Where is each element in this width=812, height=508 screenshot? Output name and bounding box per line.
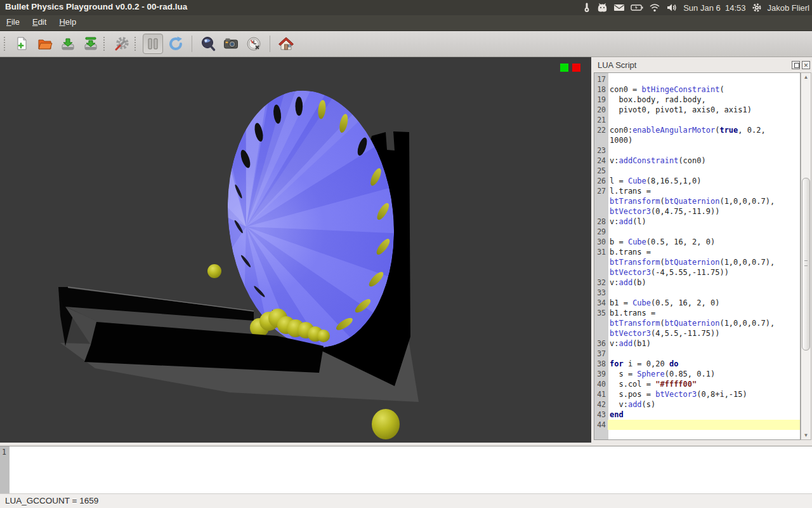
code-row[interactable]: 25: [594, 166, 800, 176]
restore-icon: [794, 63, 799, 68]
code-row[interactable]: 24v:addConstraint(con0): [594, 156, 800, 166]
refresh-button[interactable]: [166, 34, 186, 54]
code-row[interactable]: 26l = Cube(8,16.5,1,0): [594, 176, 800, 186]
code-row[interactable]: btTransform(btQuaternion(1,0,0,0.7),: [594, 318, 800, 328]
toolbar-grip[interactable]: [4, 37, 8, 51]
home-button[interactable]: [276, 34, 296, 54]
code-row[interactable]: 43end: [594, 410, 800, 420]
close-icon: ✕: [804, 62, 809, 69]
indicator-tray: Sun Jan 6 14:53 Jakob Flierl: [582, 0, 809, 15]
wifi-icon[interactable]: [649, 3, 660, 12]
code-row[interactable]: 17: [594, 74, 800, 84]
titlebar: Bullet Physics Playground v0.0.2 - 00-ra…: [0, 0, 812, 15]
zoom-button[interactable]: [198, 34, 218, 54]
cat-icon[interactable]: [597, 3, 608, 13]
code-row[interactable]: 29: [594, 227, 800, 237]
code-row[interactable]: 23: [594, 145, 800, 156]
code-row[interactable]: 36v:add(b1): [594, 338, 800, 349]
window-title: Bullet Physics Playground v0.0.2 - 00-ra…: [5, 2, 187, 11]
code-row[interactable]: 39 s = Sphere(0.85, 0.1): [594, 369, 800, 379]
code-row[interactable]: 19 box.body, rad.body,: [594, 95, 800, 105]
screenshot-button[interactable]: [221, 34, 241, 54]
save-as-button[interactable]: [81, 34, 101, 54]
code-row[interactable]: btTransform(btQuaternion(1,0,0,0.7),: [594, 196, 800, 206]
code-row[interactable]: 41 s.pos = btVector3(0,8+i,-15): [594, 389, 800, 399]
scrollbar-grip: [804, 260, 808, 266]
panel-close-button[interactable]: ✕: [802, 61, 810, 69]
code-row[interactable]: 40 s.col = "#ffff00": [594, 379, 800, 389]
toolbar-separator: [270, 36, 270, 52]
code-row[interactable]: 42 v:add(s): [594, 399, 800, 410]
statusbar: [0, 493, 812, 508]
code-row[interactable]: btTransform(btQuaternion(1,0,0,0.7),: [594, 257, 800, 267]
new-file-button[interactable]: [12, 34, 32, 54]
code-row[interactable]: 22con0:enableAngularMotor(true, 0.2,: [594, 125, 800, 135]
rim-hole: [296, 97, 303, 116]
viewport-3d[interactable]: [0, 57, 591, 443]
output-line-number: 1: [2, 448, 6, 457]
scroll-up-icon[interactable]: ▲: [802, 74, 809, 80]
code-row[interactable]: 34b1 = Cube(0.5, 16, 2, 0): [594, 298, 800, 308]
code-row[interactable]: 1000): [594, 135, 800, 145]
code-row[interactable]: 18con0 = btHingeConstraint(: [594, 84, 800, 95]
time-button[interactable]: [244, 34, 264, 54]
menubar: FileEditHelp: [0, 15, 812, 31]
code-row[interactable]: 38for i = 0,20 do: [594, 359, 800, 369]
mail-icon[interactable]: [613, 3, 625, 12]
code-row[interactable]: 20 pivot0, pivot1, axis0, axis1): [594, 105, 800, 115]
code-row[interactable]: btVector3(4,5.5,-11.75)): [594, 328, 800, 338]
output-console[interactable]: [0, 446, 812, 493]
code-row[interactable]: 30b = Cube(0.5, 16, 2, 0): [594, 237, 800, 247]
status-text: LUA_GCCOUNT = 1659: [5, 496, 98, 505]
session-gear-icon[interactable]: [752, 3, 762, 13]
time-label: 14:53: [725, 3, 746, 13]
panel-float-button[interactable]: [792, 61, 800, 69]
open-file-button[interactable]: [35, 34, 55, 54]
code-row[interactable]: 31b.trans =: [594, 247, 800, 257]
code-row[interactable]: 37: [594, 349, 800, 359]
clock-menu[interactable]: Sun Jan 6 14:53: [683, 3, 745, 13]
toolbar: [0, 31, 812, 57]
sim-stop-indicator: [572, 64, 580, 72]
code-row[interactable]: 28v:add(l): [594, 217, 800, 227]
yellow-sphere: [207, 264, 221, 278]
yellow-sphere: [372, 409, 400, 439]
code-row[interactable]: 21: [594, 115, 800, 125]
scroll-down-icon[interactable]: ▼: [802, 432, 809, 438]
thermometer-icon[interactable]: [582, 3, 591, 13]
toolbar-grip[interactable]: [103, 37, 107, 51]
menu-edit[interactable]: Edit: [26, 15, 53, 29]
pause-button[interactable]: [143, 34, 163, 54]
save-button[interactable]: [58, 34, 78, 54]
toolbar-grip[interactable]: [134, 37, 138, 51]
code-row[interactable]: 44: [594, 420, 800, 430]
code-editor[interactable]: 1718con0 = btHingeConstraint(19 box.body…: [594, 72, 801, 440]
code-row[interactable]: 32v:add(b): [594, 277, 800, 288]
code-row[interactable]: btVector3(-4,5.55,-11.75)): [594, 267, 800, 277]
toolbar-separator: [192, 36, 192, 52]
yellow-sphere: [317, 330, 330, 342]
volume-icon[interactable]: [666, 3, 678, 12]
code-row[interactable]: 33: [594, 288, 800, 298]
user-menu[interactable]: Jakob Flierl: [768, 3, 809, 13]
date-label: Sun Jan 6: [683, 3, 721, 13]
lua-panel-title: LUA Script: [598, 60, 636, 70]
code-row[interactable]: 27l.trans =: [594, 186, 800, 196]
sim-run-indicator: [560, 64, 568, 72]
code-row[interactable]: btVector3(0,4.75,-11.9)): [594, 206, 800, 217]
menu-help[interactable]: Help: [53, 15, 82, 29]
tools-button[interactable]: [112, 34, 132, 54]
battery-icon[interactable]: [631, 4, 643, 11]
menu-file[interactable]: File: [0, 15, 26, 29]
code-row[interactable]: 35b1.trans =: [594, 308, 800, 318]
